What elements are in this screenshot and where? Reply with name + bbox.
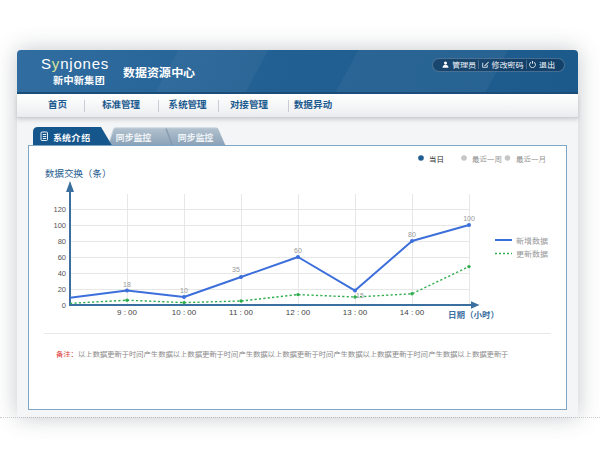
svg-text:80: 80 [58,237,66,246]
svg-text:80: 80 [408,231,416,238]
svg-text:100: 100 [463,215,475,222]
svg-text:10 : 00: 10 : 00 [172,308,197,317]
svg-text:日期（小时）: 日期（小时） [448,308,499,320]
svg-text:同步监控: 同步监控 [178,130,214,143]
svg-text:同步监控: 同步监控 [116,130,152,143]
svg-text:最近一月: 最近一月 [516,152,546,163]
svg-text:9 : 00: 9 : 00 [117,308,138,317]
svg-text:13 : 00: 13 : 00 [343,308,368,317]
svg-text:系统介绍: 系统介绍 [53,130,90,143]
svg-text:最近一周: 最近一周 [472,152,502,163]
svg-text:更新数据: 更新数据 [516,248,548,259]
svg-text:当日: 当日 [429,152,444,163]
svg-text:10: 10 [180,287,188,294]
svg-text:40: 40 [58,269,66,278]
svg-text:14 : 00: 14 : 00 [400,308,425,317]
svg-text:120: 120 [53,205,66,214]
svg-text:新增数据: 新增数据 [516,234,548,245]
svg-text:15: 15 [356,291,364,298]
svg-text:11 : 00: 11 : 00 [229,308,253,317]
svg-text:100: 100 [53,221,66,230]
svg-text:0: 0 [62,301,66,310]
svg-text:数据交换（条）: 数据交换（条） [45,165,112,179]
svg-text:20: 20 [58,285,66,294]
svg-text:18: 18 [123,280,131,287]
svg-text:60: 60 [58,253,66,262]
svg-text:60: 60 [294,247,302,254]
svg-text:35: 35 [232,266,240,273]
svg-text:12 : 00: 12 : 00 [286,308,311,317]
